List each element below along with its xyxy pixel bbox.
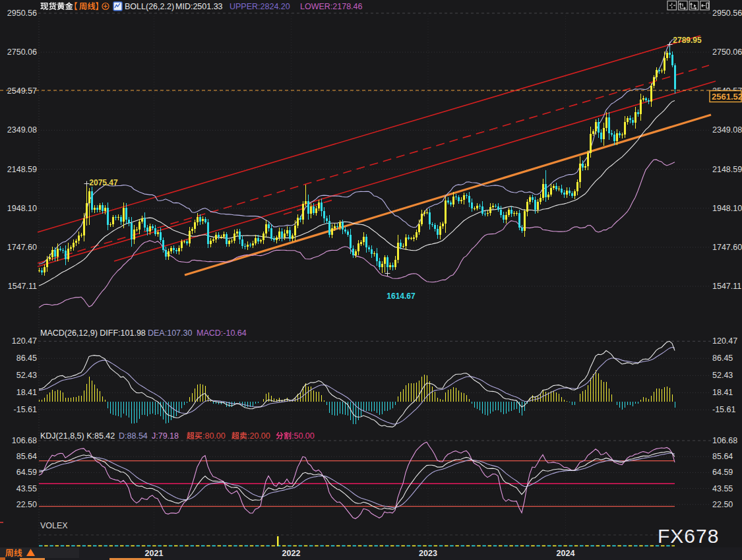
svg-text:18.41: 18.41: [16, 388, 37, 397]
svg-text:2349.08: 2349.08: [712, 125, 742, 135]
svg-text:J:79.18: J:79.18: [152, 431, 179, 441]
svg-text:-15.61: -15.61: [14, 405, 37, 414]
svg-text:MACD:-10.64: MACD:-10.64: [197, 328, 247, 338]
svg-text:22.50: 22.50: [712, 500, 733, 509]
svg-text:2750.06: 2750.06: [712, 47, 742, 57]
svg-text:UPPER:2824.20: UPPER:2824.20: [230, 2, 290, 11]
svg-text:2750.06: 2750.06: [7, 47, 37, 57]
svg-text:LOWER:2178.46: LOWER:2178.46: [300, 2, 363, 11]
svg-text:1747.60: 1747.60: [7, 243, 37, 252]
svg-text:BOLL(26,2.2): BOLL(26,2.2): [125, 2, 174, 11]
svg-text:2349.08: 2349.08: [7, 125, 37, 135]
svg-text:MID:2501.33: MID:2501.33: [175, 2, 223, 11]
svg-text:2022: 2022: [282, 549, 301, 558]
svg-text:22.50: 22.50: [16, 500, 37, 509]
svg-text:2023: 2023: [419, 549, 437, 558]
svg-text:1747.60: 1747.60: [712, 243, 742, 252]
svg-text:1547.11: 1547.11: [8, 282, 37, 291]
svg-text:86.45: 86.45: [16, 354, 37, 363]
svg-text:64.59: 64.59: [16, 468, 37, 477]
svg-text:1948.10: 1948.10: [712, 204, 742, 213]
svg-text:2148.59: 2148.59: [712, 165, 742, 174]
svg-text:1948.10: 1948.10: [7, 204, 37, 213]
svg-text:18.41: 18.41: [712, 388, 733, 397]
svg-text:2549.57: 2549.57: [7, 86, 37, 96]
svg-text:85.64: 85.64: [16, 452, 37, 461]
svg-text:1614.67: 1614.67: [386, 292, 416, 301]
svg-text:2148.59: 2148.59: [7, 165, 37, 174]
svg-text:2950.56: 2950.56: [712, 9, 742, 18]
svg-text:MACD(26,12,9) DIFF:101.98: MACD(26,12,9) DIFF:101.98: [40, 328, 146, 338]
svg-text:2021: 2021: [145, 549, 164, 558]
svg-text:120.47: 120.47: [712, 336, 737, 346]
svg-text:64.59: 64.59: [712, 468, 733, 477]
svg-text:43.55: 43.55: [16, 484, 37, 493]
svg-text:85.64: 85.64: [712, 452, 733, 461]
svg-text::20.00: :20.00: [247, 431, 270, 441]
svg-text:120.47: 120.47: [12, 336, 37, 346]
svg-text::50.00: :50.00: [292, 431, 315, 441]
svg-text::80.00: :80.00: [202, 431, 226, 441]
svg-text:43.55: 43.55: [712, 484, 733, 493]
svg-text:KDJ(21,8,5) K:85.42: KDJ(21,8,5) K:85.42: [40, 431, 115, 441]
svg-text:2561.52: 2561.52: [712, 92, 742, 102]
svg-text:86.45: 86.45: [712, 354, 733, 363]
svg-text:DEA:107.30: DEA:107.30: [148, 328, 192, 338]
svg-text:2024: 2024: [557, 549, 575, 558]
svg-text:52.43: 52.43: [16, 371, 37, 380]
svg-text:-15.61: -15.61: [712, 405, 735, 414]
svg-text:1547.11: 1547.11: [712, 282, 741, 291]
svg-text:D:88.54: D:88.54: [119, 431, 148, 441]
svg-text:FX678: FX678: [658, 525, 719, 547]
svg-text:106.68: 106.68: [712, 436, 737, 445]
svg-text:52.43: 52.43: [712, 371, 733, 380]
svg-text:2950.56: 2950.56: [7, 9, 37, 18]
svg-text:106.68: 106.68: [12, 436, 37, 445]
svg-text:VOLEX: VOLEX: [40, 521, 68, 530]
svg-text:2075.47: 2075.47: [89, 178, 118, 187]
svg-text:2789.95: 2789.95: [673, 36, 702, 45]
